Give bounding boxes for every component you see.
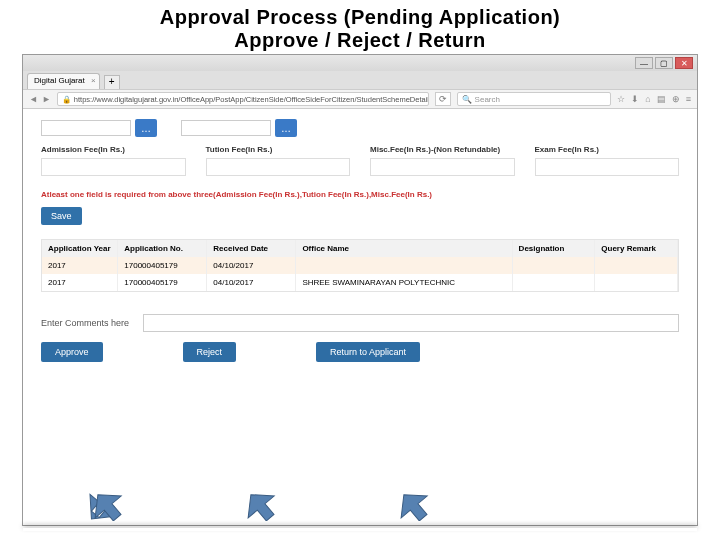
table-row[interactable]: 2017 170000405179 04/10/2017 — [42, 257, 678, 274]
th-appno: Application No. — [118, 240, 207, 257]
td-appno: 170000405179 — [118, 257, 207, 274]
search-input[interactable]: 🔍 Search — [457, 92, 612, 106]
bookmark-icon[interactable]: ▤ — [657, 94, 666, 104]
td-remark — [595, 257, 678, 274]
lookup-group-2: … — [181, 119, 297, 137]
window-minimize-button[interactable]: — — [635, 57, 653, 69]
approve-button[interactable]: Approve — [41, 342, 103, 362]
td-remark — [595, 274, 678, 291]
lookup-input-2[interactable] — [181, 120, 271, 136]
addon-icon[interactable]: ⊕ — [672, 94, 680, 104]
return-button[interactable]: Return to Applicant — [316, 342, 420, 362]
browser-window: — ▢ ✕ Digital Gujarat × + ◄ ► 🔒 https://… — [22, 54, 698, 526]
misc-fee-label: Misc.Fee(In Rs.)-(Non Refundable) — [370, 145, 515, 154]
th-date: Received Date — [207, 240, 296, 257]
misc-fee-input[interactable] — [370, 158, 515, 176]
admission-fee-input[interactable] — [41, 158, 186, 176]
toolbar-icons: ☆ ⬇ ⌂ ▤ ⊕ ≡ — [617, 94, 691, 104]
lookup-group-1: … — [41, 119, 157, 137]
lookup-button-1[interactable]: … — [135, 119, 157, 137]
th-office: Office Name — [296, 240, 512, 257]
exam-fee-label: Exam Fee(In Rs.) — [535, 145, 680, 154]
td-office — [296, 257, 512, 274]
fee-row: Admission Fee(In Rs.) Tution Fee(In Rs.)… — [41, 145, 679, 176]
td-designation — [513, 257, 596, 274]
reject-button[interactable]: Reject — [183, 342, 237, 362]
address-bar: ◄ ► 🔒 https://www.digitalgujarat.gov.in/… — [23, 89, 697, 109]
arrow-icon — [83, 487, 131, 521]
nav-buttons: ◄ ► — [29, 94, 51, 104]
tuition-fee-input[interactable] — [206, 158, 351, 176]
td-date: 04/10/2017 — [207, 274, 296, 291]
td-year: 2017 — [42, 274, 118, 291]
lookup-button-2[interactable]: … — [275, 119, 297, 137]
slide-title-line2: Approve / Reject / Return — [0, 29, 720, 52]
annotation-arrows — [83, 487, 437, 521]
star-icon[interactable]: ☆ — [617, 94, 625, 104]
forward-icon[interactable]: ► — [42, 94, 51, 104]
table-header: Application Year Application No. Receive… — [42, 240, 678, 257]
tuition-fee-label: Tution Fee(In Rs.) — [206, 145, 351, 154]
window-titlebar: — ▢ ✕ — [23, 55, 697, 71]
menu-icon[interactable]: ≡ — [686, 94, 691, 104]
th-remark: Query Remark — [595, 240, 678, 257]
applications-table: Application Year Application No. Receive… — [41, 239, 679, 292]
arrow-icon — [236, 487, 284, 521]
browser-tab[interactable]: Digital Gujarat × — [27, 73, 100, 89]
arrow-icon — [389, 487, 437, 521]
tab-close-icon[interactable]: × — [91, 76, 96, 85]
action-row: Approve Reject Return to Applicant — [41, 342, 679, 392]
exam-fee-group: Exam Fee(In Rs.) — [535, 145, 680, 176]
td-office: SHREE SWAMINARAYAN POLYTECHNIC — [296, 274, 512, 291]
table-row[interactable]: 2017 170000405179 04/10/2017 SHREE SWAMI… — [42, 274, 678, 291]
comment-label: Enter Comments here — [41, 318, 129, 328]
url-input[interactable]: 🔒 https://www.digitalgujarat.gov.in/Offi… — [57, 92, 429, 106]
th-designation: Designation — [513, 240, 596, 257]
lookup-input-1[interactable] — [41, 120, 131, 136]
validation-warning: Atleast one field is required from above… — [41, 190, 679, 199]
back-icon[interactable]: ◄ — [29, 94, 38, 104]
misc-fee-group: Misc.Fee(In Rs.)-(Non Refundable) — [370, 145, 515, 176]
download-icon[interactable]: ⬇ — [631, 94, 639, 104]
new-tab-button[interactable]: + — [104, 75, 120, 89]
svg-marker-3 — [391, 487, 436, 521]
td-year: 2017 — [42, 257, 118, 274]
td-designation — [513, 274, 596, 291]
tuition-fee-group: Tution Fee(In Rs.) — [206, 145, 351, 176]
tab-title: Digital Gujarat — [34, 76, 85, 85]
exam-fee-input[interactable] — [535, 158, 680, 176]
browser-tabstrip: Digital Gujarat × + — [23, 71, 697, 89]
window-maximize-button[interactable]: ▢ — [655, 57, 673, 69]
comment-input[interactable] — [143, 314, 679, 332]
home-icon[interactable]: ⌂ — [645, 94, 650, 104]
search-placeholder: Search — [475, 95, 500, 104]
save-button[interactable]: Save — [41, 207, 82, 225]
td-date: 04/10/2017 — [207, 257, 296, 274]
window-close-button[interactable]: ✕ — [675, 57, 693, 69]
comment-row: Enter Comments here — [41, 314, 679, 332]
shadow-divider — [23, 528, 697, 531]
admission-fee-group: Admission Fee(In Rs.) — [41, 145, 186, 176]
admission-fee-label: Admission Fee(In Rs.) — [41, 145, 186, 154]
svg-marker-2 — [238, 487, 283, 521]
page-viewport: … … Admission Fee(In Rs.) Tution Fee(In … — [23, 109, 697, 525]
th-year: Application Year — [42, 240, 118, 257]
lock-icon: 🔒 — [62, 95, 71, 104]
lookup-row: … … — [41, 119, 679, 137]
td-appno: 170000405179 — [118, 274, 207, 291]
slide-title-line1: Approval Process (Pending Application) — [0, 6, 720, 29]
slide-title: Approval Process (Pending Application) A… — [0, 0, 720, 54]
search-icon: 🔍 — [462, 95, 472, 104]
url-text: https://www.digitalgujarat.gov.in/Office… — [74, 95, 429, 104]
refresh-button[interactable]: ⟳ — [435, 92, 451, 106]
